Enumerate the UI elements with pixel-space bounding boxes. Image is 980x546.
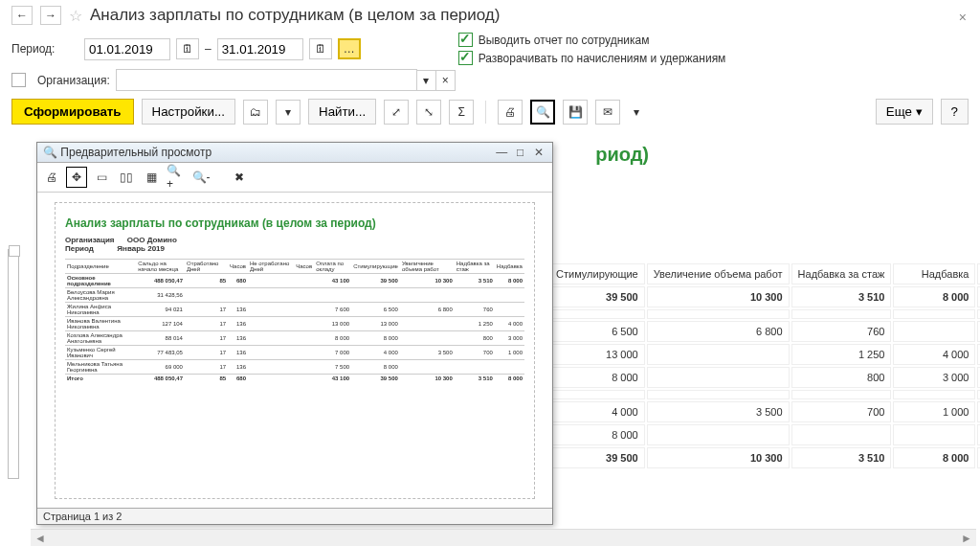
pv-cell: 17 <box>185 331 228 346</box>
pv-cell: 7 000 <box>314 346 351 360</box>
pv-cell: 4 000 <box>495 317 524 331</box>
bg-cell: 6 800 <box>647 321 790 342</box>
variants-dropdown-icon[interactable]: ▾ <box>276 100 301 125</box>
pv-cell: 17 <box>185 317 228 331</box>
find-button[interactable]: Найти... <box>308 99 376 125</box>
preview-minimize-icon[interactable]: — <box>494 146 509 159</box>
pv-cell: 94 021 <box>136 303 185 317</box>
email-dropdown-icon[interactable]: ▾ <box>628 100 645 125</box>
pv-cell: 43 100 <box>314 375 351 383</box>
favorite-star-icon[interactable]: ☆ <box>69 7 82 25</box>
pv-cell: 136 <box>228 331 248 346</box>
bg-cell: 6 500 <box>549 321 645 342</box>
preview-magnifier-icon: 🔍 <box>43 146 57 159</box>
pv-cell: 488 050,47 <box>136 274 185 288</box>
chk-expand[interactable] <box>458 51 473 65</box>
bg-cell: 10 300 <box>647 447 790 468</box>
pv-page-icon[interactable]: ▭ <box>91 167 112 188</box>
outline-rail[interactable] <box>8 249 19 479</box>
bg-col-header: Увеличение объема работ <box>647 263 790 284</box>
help-button[interactable]: ? <box>941 99 969 125</box>
pv-cell: Жилина Анфиса Николаевна <box>65 303 136 317</box>
nav-back[interactable]: ← <box>11 6 33 25</box>
bg-cell <box>893 424 975 445</box>
pv-cell: 3 000 <box>495 331 524 346</box>
calendar-from-icon[interactable]: 🗓 <box>176 38 199 59</box>
org-dropdown-icon[interactable]: ▾ <box>417 70 436 91</box>
expand-all-icon[interactable]: ⤢ <box>384 100 409 125</box>
bg-cell <box>647 309 790 319</box>
pv-cell: Козлова Александра Анатольевна <box>65 331 136 346</box>
print-preview-icon[interactable]: 🔍 <box>530 100 555 125</box>
pv-col: Отработано Дней <box>185 260 228 274</box>
more-button[interactable]: Еще ▾ <box>876 99 933 125</box>
print-icon[interactable]: 🖨 <box>498 100 523 125</box>
pv-cell <box>294 360 314 375</box>
pv-cell: 127 104 <box>136 317 185 331</box>
pv-multipage-icon[interactable]: ▦ <box>141 167 162 188</box>
close-icon[interactable]: × <box>959 10 967 25</box>
calendar-to-icon[interactable]: 🗓 <box>309 38 332 59</box>
bg-cell: 39 500 <box>549 286 645 307</box>
pv-zoom-in-icon[interactable]: 🔍+ <box>166 167 187 188</box>
pv-cell: 4 000 <box>351 346 400 360</box>
pv-cell <box>400 331 455 346</box>
preview-maximize-icon[interactable]: □ <box>513 146 528 159</box>
save-icon[interactable]: 💾 <box>563 100 588 125</box>
period-picker-button[interactable]: … <box>338 38 361 59</box>
bg-cell <box>549 309 645 319</box>
pv-cell <box>495 288 524 303</box>
collapse-all-icon[interactable]: ⤡ <box>416 100 441 125</box>
pv-cell <box>248 303 294 317</box>
bg-cell <box>893 390 975 399</box>
chk-expand-label: Разворачивать по начислениям и удержания… <box>479 52 726 65</box>
bg-cell <box>791 309 892 319</box>
preview-close-icon[interactable]: ✕ <box>531 146 546 159</box>
bg-cell <box>647 424 790 445</box>
pv-cell: 88 014 <box>136 331 185 346</box>
bg-cell: 3 510 <box>791 286 892 307</box>
pv-cell: 13 000 <box>314 317 351 331</box>
pv-cell: 6 500 <box>351 303 400 317</box>
pv-cell <box>294 317 314 331</box>
pv-cell: 8 000 <box>495 274 524 288</box>
pv-cell <box>248 375 294 383</box>
pv-cell: 10 300 <box>400 274 455 288</box>
form-report-button[interactable]: Сформировать <box>11 99 134 125</box>
nav-forward[interactable]: → <box>40 6 61 25</box>
bg-cell: 3 000 <box>893 367 975 388</box>
pv-cell: 136 <box>228 360 248 375</box>
bg-cell: 3 500 <box>647 401 790 422</box>
pv-zoom-out-icon[interactable]: 🔍- <box>190 167 212 188</box>
settings-button[interactable]: Настройки... <box>142 99 235 125</box>
pv-col: Не отработано Дней <box>248 260 294 274</box>
bg-cell: 1 250 <box>791 344 892 365</box>
variants-icon[interactable]: 🗂 <box>243 100 268 125</box>
pv-2page-icon[interactable]: ▯▯ <box>116 167 137 188</box>
chk-org[interactable] <box>11 73 26 87</box>
pv-col: Оплата по окладу <box>314 260 351 274</box>
bg-cell <box>791 390 892 399</box>
bg-cell: 8 000 <box>893 286 975 307</box>
date-from-input[interactable] <box>84 38 170 60</box>
horizontal-scrollbar[interactable]: ◄► <box>31 529 976 546</box>
period-label: Период: <box>11 42 78 56</box>
pv-close-preview-icon[interactable]: ✖ <box>229 167 250 188</box>
pv-col: Увеличение объема работ <box>400 260 455 274</box>
pv-cell <box>400 288 455 303</box>
email-icon[interactable]: ✉ <box>595 100 620 125</box>
bg-cell: 3 510 <box>791 447 892 468</box>
bg-cell: 1 000 <box>893 401 975 422</box>
pv-cell <box>351 288 400 303</box>
pv-cell <box>294 303 314 317</box>
pv-org-val: ООО Домино <box>127 236 177 244</box>
org-input[interactable] <box>116 69 417 91</box>
pv-fit-icon[interactable]: ✥ <box>66 167 87 188</box>
sum-icon[interactable]: Σ <box>449 100 474 125</box>
pv-cell <box>248 346 294 360</box>
date-to-input[interactable] <box>217 38 303 60</box>
chk-by-employee[interactable] <box>458 33 473 47</box>
pv-cell: 7 600 <box>314 303 351 317</box>
pv-print-icon[interactable]: 🖨 <box>41 167 62 188</box>
org-clear-icon[interactable]: × <box>436 70 456 91</box>
